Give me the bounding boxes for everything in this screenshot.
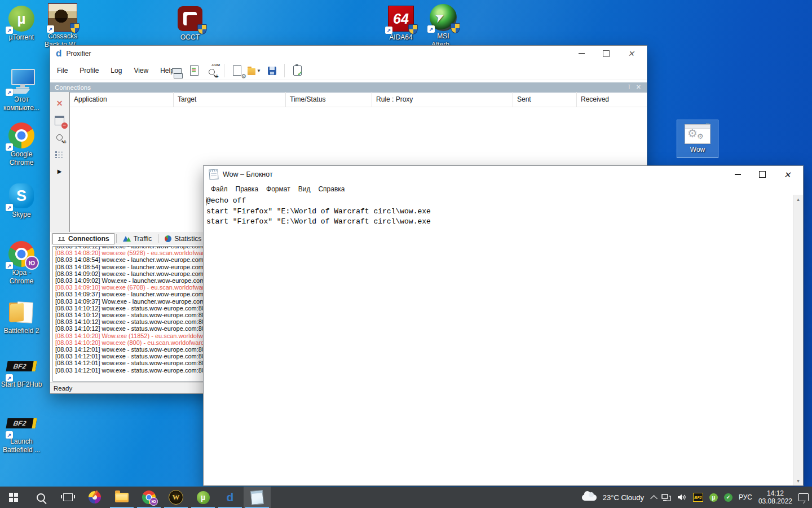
weather-widget[interactable]: 23°C Cloudy: [603, 493, 644, 502]
shortcut-arrow-icon: ↗: [427, 25, 435, 33]
maximize-button[interactable]: [594, 46, 619, 62]
menu-log[interactable]: Log: [105, 64, 127, 77]
desktop-icon-launch-battlefield[interactable]: BF2 ↗ Launch Battlefield ...: [0, 414, 43, 454]
taskbar-utorrent-button[interactable]: µ: [189, 487, 217, 508]
minimize-button[interactable]: [569, 46, 594, 62]
uac-shield-icon: [197, 24, 207, 34]
bf2hub-tray-icon[interactable]: BF2: [693, 493, 703, 502]
minimize-button[interactable]: [725, 166, 750, 183]
details-view-button[interactable]: [55, 150, 65, 159]
menu-file[interactable]: File: [52, 64, 73, 77]
connections-panel-header: Connections ⊺ ✕: [50, 82, 647, 93]
desktop-icon-battlefield2-folder[interactable]: Battlefield 2: [0, 298, 43, 335]
proxy-settings-button[interactable]: [290, 64, 304, 77]
log-view-button[interactable]: [187, 64, 201, 77]
menu-file[interactable]: Файл: [207, 184, 232, 194]
menu-format[interactable]: Формат: [262, 184, 294, 194]
column-target[interactable]: Target: [174, 92, 286, 107]
column-rule-proxy[interactable]: Rule : Proxy: [372, 92, 513, 107]
menu-edit[interactable]: Правка: [232, 184, 263, 194]
utorrent-tray-icon[interactable]: µ: [709, 493, 718, 502]
desktop-icon-skype[interactable]: S ↗ Skype: [0, 182, 43, 218]
abort-connection-button[interactable]: [55, 116, 65, 125]
taskbar-proxifier-button[interactable]: d: [217, 487, 244, 508]
save-profile-button[interactable]: [265, 64, 279, 77]
tab-traffic[interactable]: Traffic: [118, 234, 157, 244]
close-button[interactable]: ✕: [775, 166, 800, 183]
tray-chevron-icon[interactable]: [650, 495, 657, 502]
open-profile-button[interactable]: ▼: [248, 64, 261, 77]
tab-statistics[interactable]: Statistics: [160, 234, 206, 244]
gear-icon: ⚙: [697, 133, 704, 140]
tab-connections[interactable]: Connections: [52, 233, 114, 244]
taskbar-wow-button[interactable]: W: [162, 487, 189, 508]
desktop-icon-this-pc[interactable]: ↗ Этот компьюте...: [0, 67, 43, 112]
notepad-menubar: Файл Правка Формат Вид Справка: [204, 183, 803, 195]
taskbar-paint-button[interactable]: [81, 487, 108, 508]
column-application[interactable]: Application: [70, 92, 174, 107]
panel-close-icon[interactable]: ✕: [636, 84, 641, 91]
new-profile-button[interactable]: ⚙: [230, 64, 244, 77]
shortcut-arrow-icon: ↗: [6, 374, 13, 382]
menu-view[interactable]: Вид: [294, 184, 315, 194]
desktop-icon-wow[interactable]: ⚙ ⚙ Wow: [677, 120, 718, 158]
close-button[interactable]: ✕: [619, 46, 643, 62]
scroll-up-icon[interactable]: ▴: [793, 195, 803, 204]
desktop-icon-yura-chrome[interactable]: Ю ↗ Юра - Chrome: [0, 240, 43, 285]
taskbar-chrome-button[interactable]: Ю: [135, 487, 162, 508]
shortcut-arrow-icon: ↗: [385, 27, 392, 34]
antivirus-tray-icon[interactable]: ✓: [724, 493, 732, 502]
taskbar: Ю W µ d 23°C Cloudy BF2 µ ✓ РУС 14:1: [0, 487, 812, 508]
shortcut-arrow-icon: ↗: [6, 143, 13, 151]
batch-file-icon: ⚙ ⚙: [685, 124, 710, 144]
menu-view[interactable]: View: [129, 64, 153, 77]
language-indicator[interactable]: РУС: [739, 493, 752, 501]
panel-title: Connections: [55, 84, 91, 91]
proxifier-titlebar[interactable]: d Proxifier ✕: [50, 46, 647, 62]
taskbar-explorer-button[interactable]: [108, 487, 135, 508]
start-button[interactable]: [0, 487, 27, 508]
shortcut-arrow-icon: ↗: [6, 89, 13, 96]
uac-shield-icon: [408, 24, 418, 34]
find-connection-button[interactable]: [55, 133, 65, 142]
task-view-button[interactable]: [54, 487, 81, 508]
column-received[interactable]: Received: [577, 92, 639, 107]
notepad-scrollbar[interactable]: ▴ ▾: [793, 195, 803, 485]
shortcut-arrow-icon: ↗: [6, 204, 13, 211]
shortcut-arrow-icon: ↗: [6, 27, 13, 34]
weather-cloud-icon[interactable]: [582, 494, 597, 501]
paint-icon: [89, 491, 101, 503]
notepad-text-area[interactable]: @echo offstart "Firefox" "E:\World of Wa…: [204, 195, 793, 485]
text-caret: [206, 197, 206, 205]
volume-icon[interactable]: [677, 493, 687, 501]
shortcut-arrow-icon: ↗: [47, 25, 54, 33]
desktop-icon-occt[interactable]: OCCT: [169, 5, 211, 41]
maximize-button[interactable]: [750, 166, 775, 183]
bf2-logo-icon: BF2: [6, 418, 37, 428]
desktop-icon-start-bf2hub[interactable]: BF2 ↗ Start BF2Hub: [0, 357, 43, 388]
expand-toolbar-button[interactable]: ▶: [55, 167, 65, 176]
desktop-icon-cossacks[interactable]: ↗ Cossacks Back to W...: [41, 3, 84, 49]
close-connection-button[interactable]: ✕: [55, 99, 65, 108]
pin-icon[interactable]: ⊺: [628, 84, 631, 91]
folder-icon: [8, 301, 35, 323]
scroll-down-icon[interactable]: ▾: [793, 476, 803, 485]
menu-help[interactable]: Справка: [314, 184, 348, 194]
column-time-status[interactable]: Time/Status: [286, 92, 372, 107]
desktop-icon-msi-afterburner[interactable]: ➤ ↗ MSI Afterb...: [422, 3, 465, 49]
dns-lookup-button[interactable]: .COM: [205, 64, 218, 77]
menu-profile[interactable]: Profile: [74, 64, 104, 77]
notepad-titlebar[interactable]: Wow – Блокнот ✕: [204, 166, 803, 183]
column-sent[interactable]: Sent: [513, 92, 577, 107]
taskbar-notepad-button[interactable]: [244, 487, 271, 508]
connections-view-button[interactable]: [170, 64, 183, 77]
taskbar-search-button[interactable]: [27, 487, 54, 508]
connections-toolbar: ✕ ▶: [50, 92, 69, 232]
desktop-icon-utorrent[interactable]: µ ↗ µTorrent: [0, 5, 43, 41]
statistics-tab-icon: [165, 235, 171, 242]
clock[interactable]: 14:1203.08.2022: [758, 489, 792, 505]
action-center-icon[interactable]: [798, 493, 809, 501]
desktop-icon-google-chrome[interactable]: ↗ Google Chrome: [0, 121, 43, 167]
desktop-icon-aida64[interactable]: 64 ↗ AIDA64: [379, 5, 422, 41]
network-icon[interactable]: [661, 494, 671, 501]
